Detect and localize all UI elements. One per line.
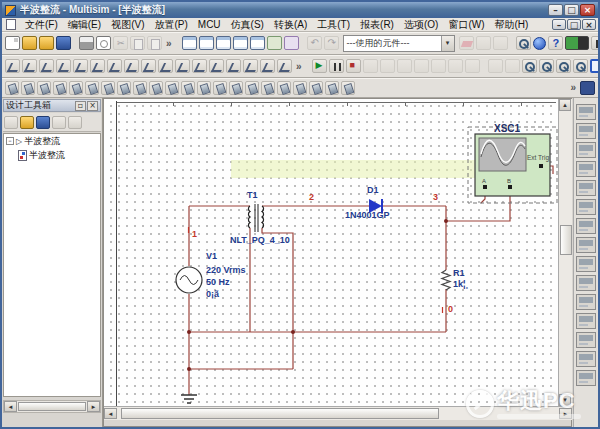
instr-logic-converter-icon[interactable] (576, 256, 596, 272)
mdi-close-icon[interactable] (582, 19, 596, 30)
undo-icon[interactable] (307, 36, 322, 50)
menu-place[interactable]: 放置(P) (149, 18, 192, 32)
title-bar[interactable]: 半波整流 - Multisim - [半波整流] (2, 2, 598, 18)
instr-network-analyzer-icon[interactable] (576, 351, 596, 367)
instr-oscilloscope-icon[interactable] (576, 161, 596, 177)
mdi-document-icon[interactable] (6, 19, 16, 30)
instr-bode-plotter-icon[interactable] (576, 199, 596, 215)
erase-icon[interactable] (459, 36, 474, 50)
step-over-icon[interactable] (414, 59, 429, 73)
agilent-function-generator-icon[interactable] (229, 81, 243, 95)
menu-simulate[interactable]: 仿真(S) (226, 18, 269, 32)
remove-breakpoint-icon[interactable] (465, 59, 480, 73)
canvas-vscrollbar[interactable]: ▲ ▼ (558, 99, 572, 406)
tektronix-oscilloscope-icon[interactable] (277, 81, 291, 95)
mdi-minimize-icon[interactable] (552, 19, 566, 30)
grapher-icon[interactable] (233, 36, 248, 50)
scope-terminal-a[interactable] (483, 185, 487, 189)
mdi-restore-icon[interactable] (567, 19, 581, 30)
place-electromechanical-icon[interactable] (243, 59, 258, 73)
bode-plotter-icon[interactable] (85, 81, 99, 95)
instr-word-generator-icon[interactable] (576, 237, 596, 253)
run-to-cursor-icon[interactable] (431, 59, 446, 73)
measurement-probe-icon[interactable] (293, 81, 307, 95)
ni-elvis-icon[interactable] (341, 81, 355, 95)
t1-ref-label[interactable]: T1 (247, 190, 258, 200)
netlist-report-icon[interactable] (488, 59, 503, 73)
scroll-down-icon[interactable]: ▼ (559, 394, 571, 406)
breadboard-icon[interactable] (267, 36, 282, 50)
fullscreen-icon[interactable] (590, 59, 598, 73)
xsc1-ref-label[interactable]: XSC1 (494, 123, 521, 134)
place-analog-icon[interactable] (73, 59, 88, 73)
education-web-icon[interactable] (284, 36, 299, 50)
ground-symbol[interactable] (181, 395, 197, 403)
save-design-icon[interactable] (36, 116, 50, 129)
scrollbar-thumb[interactable] (18, 402, 86, 411)
new-icon[interactable] (5, 36, 20, 50)
place-misc-icon[interactable] (192, 59, 207, 73)
design-toolbox-hscrollbar[interactable]: ◄ ► (3, 400, 101, 413)
frequency-counter-icon[interactable] (101, 81, 115, 95)
place-mixed-icon[interactable] (141, 59, 156, 73)
place-cmos-icon[interactable] (107, 59, 122, 73)
r1-ref-label[interactable]: R1 (453, 268, 465, 278)
place-diode-icon[interactable] (39, 59, 54, 73)
menu-file[interactable]: 文件(F) (20, 18, 63, 32)
menu-help[interactable]: 帮助(H) (490, 18, 534, 32)
v1-source[interactable] (176, 267, 202, 293)
place-peripherals-icon[interactable] (209, 59, 224, 73)
instr-distortion-analyzer-icon[interactable] (576, 313, 596, 329)
back-icon[interactable] (476, 36, 491, 50)
logic-converter-icon[interactable] (133, 81, 147, 95)
t1-transformer[interactable] (248, 204, 263, 232)
cut-icon[interactable] (113, 36, 128, 50)
tree-root-label[interactable]: 半波整流 (24, 135, 60, 148)
zoom-in-icon[interactable] (522, 59, 537, 73)
paste-icon[interactable] (147, 36, 162, 50)
agilent-oscilloscope-icon[interactable] (261, 81, 275, 95)
open-sample-icon[interactable] (39, 36, 54, 50)
wattmeter-icon[interactable] (37, 81, 51, 95)
tree-sheet-label[interactable]: 半波整流 (29, 149, 65, 162)
function-generator-icon[interactable] (21, 81, 35, 95)
instr-spectrum-analyzer-icon[interactable] (576, 332, 596, 348)
scroll-right-icon[interactable]: ► (87, 401, 100, 412)
instr-four-channel-scope-icon[interactable] (576, 180, 596, 196)
menu-window[interactable]: 窗口(W) (443, 18, 489, 32)
scroll-left-icon[interactable]: ◄ (104, 408, 117, 419)
net2-label[interactable]: 2 (309, 192, 314, 202)
design-toolbox-icon[interactable] (182, 36, 197, 50)
menu-tools[interactable]: 工具(T) (312, 18, 355, 32)
spectrum-analyzer-icon[interactable] (197, 81, 211, 95)
copy-icon[interactable] (130, 36, 145, 50)
menu-mcu[interactable]: MCU (193, 19, 226, 30)
menu-options[interactable]: 选项(O) (399, 18, 443, 32)
menu-reports[interactable]: 报表(R) (355, 18, 399, 32)
single-step-icon[interactable] (380, 59, 395, 73)
scrollbar-thumb[interactable] (560, 225, 572, 255)
tree-root-row[interactable]: – ▷ 半波整流 (4, 134, 100, 148)
print-icon[interactable] (79, 36, 94, 50)
place-transistor-icon[interactable] (56, 59, 71, 73)
instr-multimeter-icon[interactable] (576, 104, 596, 120)
toolbar-options-icon[interactable] (580, 81, 595, 95)
open-design-icon[interactable] (20, 116, 34, 129)
d1-value-label[interactable]: 1N4001GP (345, 210, 390, 220)
design-toolbox-titlebar[interactable]: 设计工具箱 ▫ × (3, 99, 101, 112)
menu-transfer[interactable]: 转换(A) (269, 18, 312, 32)
scope-terminal-b[interactable] (508, 185, 512, 189)
oscilloscope-icon[interactable] (53, 81, 67, 95)
help-icon[interactable] (548, 36, 563, 50)
schematic-canvas[interactable]: 1 2 3 0 T1 NLT_PQ_4_10 D1 1N4001GP V1 22… (104, 99, 558, 406)
panel-close-button[interactable]: × (87, 101, 98, 111)
place-indicator-icon[interactable] (158, 59, 173, 73)
place-ttl-icon[interactable] (90, 59, 105, 73)
close-design-icon[interactable] (52, 116, 66, 129)
overflow-chevron-icon[interactable]: » (293, 61, 305, 72)
scroll-up-icon[interactable]: ▲ (559, 99, 571, 111)
pause-icon[interactable] (329, 59, 344, 73)
web-icon[interactable] (533, 37, 546, 50)
zoom-out-icon[interactable] (539, 59, 554, 73)
instr-function-generator-icon[interactable] (576, 123, 596, 139)
